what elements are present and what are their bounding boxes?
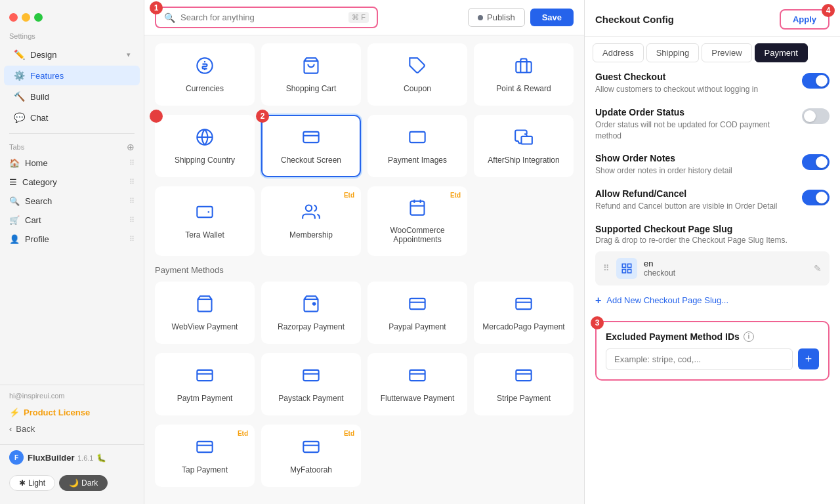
svg-rect-36: [628, 264, 631, 267]
feature-shopping-cart[interactable]: Shopping Cart: [261, 43, 361, 106]
features-row-3: Tera Wallet Etd Membership Etd WooCommer…: [155, 186, 574, 256]
sidebar-item-label: Chat: [30, 113, 48, 123]
back-button[interactable]: ‹ Back: [9, 420, 135, 438]
feature-currencies[interactable]: Currencies: [155, 43, 255, 106]
sidebar-item-label: Features: [30, 71, 64, 81]
svg-rect-8: [410, 131, 425, 142]
payment-stripe[interactable]: Stripe Payment: [474, 353, 574, 415]
currencies-icon: [196, 56, 214, 79]
light-theme-button[interactable]: ✱ Light: [9, 475, 55, 491]
paystack-label: Paystack Payment: [278, 394, 343, 403]
guest-checkout-toggle[interactable]: [802, 73, 830, 89]
flutterwave-label: Flutterwave Payment: [381, 394, 455, 403]
feature-payment-images[interactable]: Payment Images: [368, 115, 467, 177]
add-slug-button[interactable]: + Add New Checkout Page Slug...: [595, 291, 830, 310]
sun-icon: ✱: [19, 478, 26, 488]
chat-icon: 💬: [13, 112, 25, 123]
feature-tera-wallet[interactable]: Tera Wallet: [155, 186, 255, 256]
info-icon[interactable]: i: [744, 331, 754, 342]
step-badge-1: 1: [150, 1, 163, 14]
excluded-add-button[interactable]: +: [798, 348, 819, 369]
settings-label: Settings: [0, 30, 144, 44]
payment-methods-row-1: WebView Payment Razorpay Payment Paypal …: [155, 282, 574, 344]
dark-theme-button[interactable]: 🌙 Dark: [59, 475, 108, 491]
add-tab-icon[interactable]: ⊕: [127, 142, 135, 152]
chevron-down-icon: ▾: [127, 51, 131, 59]
maximize-dot[interactable]: [34, 13, 43, 22]
payment-images-icon: [408, 128, 427, 150]
panel-title: Checkout Config: [595, 14, 674, 25]
product-license[interactable]: ⚡ Product License: [9, 405, 135, 420]
paystack-icon: [302, 366, 320, 388]
point-reward-icon: [514, 56, 533, 79]
tab-preview[interactable]: Preview: [702, 43, 751, 62]
moon-icon: 🌙: [69, 478, 79, 488]
minimize-dot[interactable]: [22, 13, 30, 22]
myfatoorah-label: MyFatoorah: [290, 465, 332, 474]
allow-refund-toggle[interactable]: [802, 190, 830, 205]
publish-button[interactable]: Publish: [468, 8, 525, 27]
woocommerce-icon: [408, 198, 427, 220]
feature-coupon[interactable]: Coupon: [368, 43, 467, 106]
sidebar-item-label: Build: [30, 92, 49, 102]
checkout-screen-icon: [302, 128, 320, 150]
payment-flutterwave[interactable]: Flutterwave Payment: [368, 353, 467, 415]
feature-shipping-country[interactable]: Shipping Country: [155, 115, 255, 177]
slug-edit-icon[interactable]: ✎: [814, 263, 822, 274]
payment-razorpay[interactable]: Razorpay Payment: [261, 282, 361, 344]
svg-rect-19: [410, 298, 425, 308]
tab-search[interactable]: 🔍 Search ⠿: [0, 192, 144, 211]
slug-item-name: en: [644, 259, 807, 268]
etd-badge-myfatoorah: Etd: [344, 430, 354, 437]
mercadopago-icon: [514, 295, 533, 317]
tab-cart[interactable]: 🛒 Cart ⠿: [0, 211, 144, 230]
coupon-label: Coupon: [404, 84, 431, 93]
tab-payment[interactable]: Payment: [755, 43, 808, 62]
update-order-toggle[interactable]: [802, 108, 830, 124]
feature-membership[interactable]: Etd Membership: [261, 186, 361, 256]
sidebar-item-build[interactable]: 🔨 Build: [4, 87, 140, 106]
add-icon: +: [595, 295, 601, 306]
feature-woocommerce[interactable]: Etd WooCommerce Appointments: [368, 186, 467, 256]
tab-profile[interactable]: 👤 Profile ⠿: [0, 230, 144, 249]
payment-paypal[interactable]: Paypal Payment: [368, 282, 467, 344]
flutterwave-icon: [408, 366, 427, 388]
tab-category[interactable]: ☰ Category ⠿: [0, 173, 144, 192]
excluded-label: Excluded Payment Method IDs i: [606, 331, 819, 342]
save-button[interactable]: Save: [530, 9, 574, 26]
sidebar-item-features[interactable]: ⚙️ Features: [4, 66, 140, 85]
tab-home[interactable]: 🏠 Home ⠿: [0, 154, 144, 173]
svg-rect-12: [411, 201, 425, 215]
tera-wallet-label: Tera Wallet: [185, 230, 224, 240]
currencies-label: Currencies: [186, 84, 224, 93]
feature-point-reward[interactable]: Point & Reward: [474, 43, 574, 106]
excluded-input[interactable]: [606, 348, 793, 370]
search-input[interactable]: [180, 12, 343, 22]
payment-webview[interactable]: WebView Payment: [155, 282, 255, 344]
features-grid-area: Currencies Shopping Cart Coupon Point & …: [144, 35, 584, 504]
apply-button-wrap: 4 Apply: [780, 9, 830, 30]
payment-tap[interactable]: Etd Tap Payment: [155, 425, 255, 487]
payment-paytm[interactable]: Paytm Payment: [155, 353, 255, 415]
feature-aftership[interactable]: AfterShip Integration: [474, 115, 574, 177]
sidebar-item-design[interactable]: ✏️ Design ▾: [4, 45, 140, 64]
payment-paystack[interactable]: Paystack Payment: [261, 353, 361, 415]
tab-address[interactable]: Address: [593, 43, 644, 62]
tab-shipping[interactable]: Shipping: [646, 43, 700, 62]
update-order-title: Update Order Status: [595, 107, 794, 117]
stripe-label: Stripe Payment: [497, 394, 551, 403]
feature-checkout-screen[interactable]: 2 Checkout Screen: [261, 115, 361, 177]
sidebar-item-chat[interactable]: 💬 Chat: [4, 108, 140, 127]
slug-section-desc: Drag & drop to re-order the Checkout Pag…: [595, 236, 830, 245]
show-order-notes-toggle[interactable]: [802, 154, 830, 170]
payment-mercadopago[interactable]: MercadoPago Payment: [474, 282, 574, 344]
slug-drag-handle-icon[interactable]: ⠿: [603, 263, 610, 273]
search-bar[interactable]: 1 🔍 ⌘ F: [155, 7, 378, 28]
svg-rect-25: [303, 369, 318, 380]
etd-badge-woocommerce: Etd: [450, 192, 461, 199]
payment-myfatoorah[interactable]: Etd MyFatoorah: [261, 425, 361, 487]
allow-refund-desc: Refund and Cancel button are visible in …: [595, 201, 794, 212]
shipping-country-label: Shipping Country: [175, 156, 235, 165]
main-header: 1 🔍 ⌘ F Publish Save: [144, 0, 584, 35]
close-dot[interactable]: [9, 13, 18, 22]
